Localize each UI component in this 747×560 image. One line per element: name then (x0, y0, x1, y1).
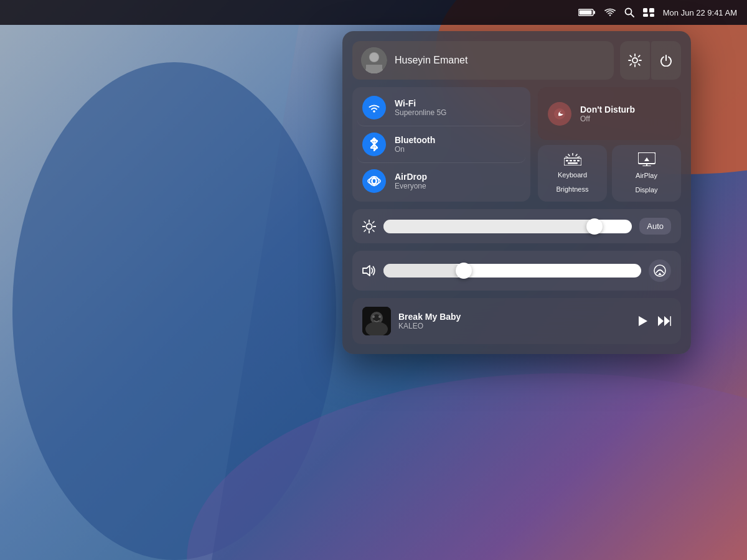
svg-marker-57 (658, 316, 664, 326)
svg-marker-47 (363, 266, 370, 276)
bluetooth-icon-circle (362, 133, 386, 156)
airdrop-icon-circle (362, 169, 386, 193)
airplay-display-label-1: AirPlay (636, 171, 657, 180)
volume-thumb (456, 263, 472, 279)
track-artist: KALEO (398, 322, 630, 330)
svg-line-8 (631, 14, 634, 17)
svg-marker-37 (644, 157, 649, 161)
power-button[interactable] (651, 41, 681, 80)
wifi-tile-text: Wi-Fi Superonline 5G (395, 98, 446, 117)
dnd-icon-circle (548, 102, 571, 126)
wifi-subtitle: Superonline 5G (395, 108, 446, 117)
svg-marker-58 (664, 316, 670, 326)
skip-button[interactable] (657, 315, 671, 327)
track-title: Break My Baby (398, 312, 630, 322)
dnd-tile[interactable]: Don't Disturb Off (538, 87, 681, 140)
svg-line-31 (576, 154, 577, 156)
brightness-slider[interactable] (383, 220, 632, 233)
airdrop-tile-text: AirDrop Everyone (395, 172, 427, 190)
svg-rect-59 (670, 316, 672, 326)
control-center-menubar-icon[interactable] (643, 8, 654, 17)
control-center-panel: Huseyin Emanet (342, 31, 691, 354)
svg-rect-5 (593, 11, 595, 14)
bluetooth-tile[interactable]: Bluetooth On (357, 126, 525, 163)
media-controls (637, 315, 671, 327)
track-info: Break My Baby KALEO (398, 312, 630, 330)
svg-rect-25 (570, 160, 572, 162)
svg-rect-28 (568, 162, 578, 164)
airplay-display-tile[interactable]: AirPlay Display (612, 145, 681, 202)
svg-rect-9 (643, 8, 647, 12)
svg-point-16 (370, 53, 378, 62)
svg-rect-26 (573, 160, 576, 162)
system-preferences-button[interactable] (620, 41, 650, 80)
play-button[interactable] (637, 315, 649, 327)
keyboard-brightness-tile[interactable]: Keyboard Brightness (538, 145, 607, 202)
svg-rect-24 (566, 160, 568, 162)
svg-line-33 (578, 157, 580, 157)
svg-rect-11 (643, 14, 648, 17)
user-name-label: Huseyin Emanet (395, 55, 467, 66)
svg-line-30 (568, 154, 570, 156)
keyboard-brightness-label-2: Brightness (557, 185, 589, 194)
menubar-right: Mon Jun 22 9:41 AM (578, 7, 737, 17)
keyboard-brightness-label-1: Keyboard (558, 170, 587, 179)
search-menubar-icon[interactable] (624, 7, 634, 17)
brightness-slider-row: Auto (352, 209, 681, 243)
brightness-fill (383, 220, 594, 233)
keyboard-brightness-icon (564, 153, 581, 166)
album-art (362, 307, 391, 335)
svg-line-43 (364, 222, 366, 223)
dnd-tile-text: Don't Disturb Off (580, 105, 635, 123)
right-tiles-bottom: Keyboard Brightness AirPlay (538, 145, 681, 202)
airplay-display-label-2: Display (635, 185, 657, 194)
battery-icon (578, 8, 596, 17)
volume-slider-row (352, 251, 681, 291)
svg-rect-23 (564, 158, 581, 166)
svg-point-38 (367, 223, 372, 229)
wifi-menubar-icon (604, 8, 616, 17)
wifi-title: Wi-Fi (395, 98, 446, 108)
svg-point-55 (378, 315, 381, 318)
airdrop-title: AirDrop (395, 172, 427, 182)
volume-fill (383, 264, 461, 278)
brightness-icon (362, 220, 376, 233)
svg-rect-6 (579, 11, 591, 15)
bluetooth-tile-text: Bluetooth On (395, 135, 435, 154)
bluetooth-subtitle: On (395, 145, 435, 154)
network-tiles: Wi-Fi Superonline 5G Bluetooth On (352, 87, 530, 202)
volume-icon (362, 265, 376, 276)
svg-marker-49 (658, 273, 662, 275)
svg-point-18 (632, 58, 637, 63)
svg-line-46 (364, 230, 366, 231)
svg-marker-56 (639, 316, 647, 326)
wifi-tile[interactable]: Wi-Fi Superonline 5G (357, 90, 525, 126)
svg-line-45 (373, 222, 375, 223)
airplay-audio-button[interactable] (649, 259, 671, 282)
svg-rect-27 (577, 160, 580, 162)
svg-rect-10 (649, 8, 654, 12)
auto-brightness-button[interactable]: Auto (639, 218, 671, 235)
svg-line-44 (373, 230, 375, 231)
avatar (361, 47, 387, 73)
user-row: Huseyin Emanet (352, 41, 681, 80)
svg-rect-17 (366, 65, 382, 73)
gear-power-row (620, 41, 681, 80)
airdrop-subtitle: Everyone (395, 182, 427, 190)
brightness-thumb (586, 218, 603, 235)
volume-slider[interactable] (383, 264, 641, 278)
svg-rect-12 (650, 14, 654, 17)
dnd-title: Don't Disturb (580, 105, 635, 114)
right-tiles: Don't Disturb Off (538, 87, 681, 202)
svg-line-32 (566, 157, 568, 157)
user-profile-button[interactable]: Huseyin Emanet (352, 41, 614, 80)
menubar-datetime: Mon Jun 22 9:41 AM (663, 8, 737, 17)
bluetooth-title: Bluetooth (395, 135, 435, 145)
now-playing-row: Break My Baby KALEO (352, 298, 681, 344)
dnd-subtitle: Off (580, 114, 635, 123)
svg-point-19 (373, 110, 375, 113)
svg-point-54 (372, 315, 375, 318)
tiles-row: Wi-Fi Superonline 5G Bluetooth On (352, 87, 681, 202)
menubar: Mon Jun 22 9:41 AM (0, 0, 747, 25)
airdrop-tile[interactable]: AirDrop Everyone (357, 163, 525, 199)
